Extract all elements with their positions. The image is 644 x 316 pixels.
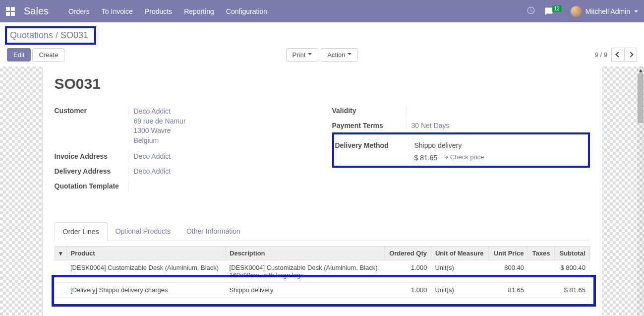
check-price-link[interactable]: Check price — [443, 153, 484, 161]
chat-icon[interactable]: 12 — [544, 7, 562, 16]
top-navbar: Sales Orders To Invoice Products Reporti… — [0, 0, 644, 22]
label-delivery-address: Delivery Address — [55, 165, 129, 177]
th-taxes[interactable]: Taxes — [528, 247, 555, 260]
value-customer: Deco Addict 69 rue de Namur 1300 Wavre B… — [129, 105, 312, 147]
avatar — [571, 6, 582, 17]
nav-configuration[interactable]: Configuration — [226, 7, 267, 15]
delivery-method-highlight: Delivery Method Shippo delivery $ 81.65 … — [332, 132, 590, 168]
tab-optional-products[interactable]: Optional Products — [108, 222, 178, 241]
chevron-right-icon — [628, 52, 633, 57]
drag-handle-header: ▾ — [55, 247, 66, 260]
tabs: Order Lines Optional Products Other Info… — [55, 222, 590, 241]
print-dropdown[interactable]: Print — [286, 48, 319, 62]
th-subtotal[interactable]: Subtotal — [555, 247, 589, 260]
delivery-address-link[interactable]: Deco Addict — [134, 167, 171, 175]
th-description[interactable]: Description — [226, 247, 385, 260]
nav-orders[interactable]: Orders — [68, 7, 90, 15]
breadcrumb-highlight: Quotations / SO031 — [5, 26, 96, 45]
caret-down-icon — [634, 10, 638, 14]
pager-text: 9 / 9 — [595, 51, 607, 59]
clock-icon[interactable] — [527, 6, 535, 16]
arrow-right-icon — [443, 154, 449, 160]
caret-down-icon — [308, 53, 312, 57]
label-quotation-template: Quotation Template — [55, 180, 129, 192]
pager-prev-button[interactable] — [611, 48, 624, 62]
action-dropdown[interactable]: Action — [321, 48, 358, 62]
payment-terms-link[interactable]: 30 Net Days — [411, 122, 450, 129]
tab-other-information[interactable]: Other Information — [178, 222, 248, 241]
label-payment-terms: Payment Terms — [332, 120, 407, 131]
th-product[interactable]: Product — [66, 247, 226, 260]
scrollbar[interactable]: ▴ — [637, 66, 644, 316]
app-brand[interactable]: Sales — [24, 5, 49, 17]
invoice-address-link[interactable]: Deco Addict — [134, 152, 171, 160]
delivery-row-highlight — [52, 275, 596, 307]
scroll-up-arrow[interactable]: ▴ — [637, 66, 644, 73]
delivery-method-price: $ 81.65 — [414, 154, 438, 162]
label-customer: Customer — [55, 105, 129, 117]
record-title: SO031 — [55, 75, 590, 92]
breadcrumb-parent[interactable]: Quotations — [10, 30, 53, 40]
user-menu[interactable]: Mitchell Admin — [571, 6, 638, 17]
delivery-method-name: Shippo delivery — [414, 141, 582, 149]
user-name: Mitchell Admin — [585, 7, 630, 15]
sheet-background: SO031 Customer Deco Addict 69 rue de Nam… — [0, 66, 644, 316]
label-invoice-address: Invoice Address — [55, 150, 129, 162]
create-button[interactable]: Create — [32, 48, 64, 62]
pager-next-button[interactable] — [624, 48, 637, 62]
th-unit-price[interactable]: Unit Price — [489, 247, 528, 260]
form-sheet: SO031 Customer Deco Addict 69 rue de Nam… — [42, 66, 602, 316]
edit-button[interactable]: Edit — [7, 48, 31, 62]
control-bar: Quotations / SO031 Edit Create Print Act… — [0, 22, 644, 66]
caret-down-icon — [348, 53, 351, 57]
tab-order-lines[interactable]: Order Lines — [55, 222, 108, 241]
label-delivery-method: Delivery Method — [335, 139, 410, 151]
nav-to-invoice[interactable]: To Invoice — [102, 7, 133, 15]
label-validity: Validity — [332, 105, 407, 117]
th-uom[interactable]: Unit of Measure — [431, 247, 488, 260]
customer-name-link[interactable]: Deco Addict — [134, 107, 307, 117]
nav-reporting[interactable]: Reporting — [184, 7, 214, 15]
nav-products[interactable]: Products — [145, 7, 172, 15]
apps-icon[interactable] — [6, 7, 15, 16]
value-quotation-template — [129, 180, 312, 184]
scroll-thumb[interactable] — [638, 73, 644, 123]
th-ordered-qty[interactable]: Ordered Qty — [384, 247, 431, 260]
value-validity — [407, 105, 590, 109]
chat-badge: 12 — [552, 5, 562, 12]
chevron-left-icon — [615, 52, 621, 57]
breadcrumb-current: SO031 — [60, 30, 88, 40]
breadcrumb: Quotations / SO031 — [10, 30, 88, 41]
